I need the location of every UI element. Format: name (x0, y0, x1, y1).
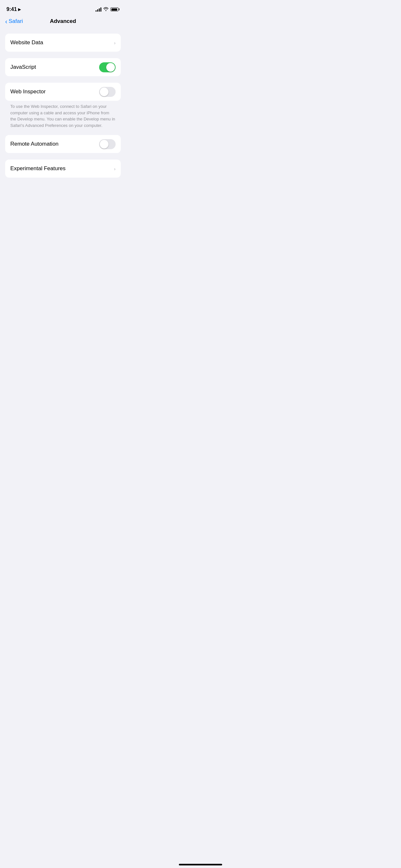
settings-content: Website Data › JavaScript Web Inspector … (0, 28, 126, 178)
website-data-label: Website Data (10, 39, 43, 46)
battery-icon (111, 7, 120, 11)
back-button[interactable]: ‹ Safari (5, 18, 23, 25)
web-inspector-toggle-knob (100, 88, 109, 96)
status-bar: 9:41 ▶ (0, 0, 126, 16)
page-title: Advanced (50, 18, 76, 25)
location-arrow-icon: ▶ (18, 7, 21, 11)
website-data-chevron-icon: › (114, 40, 116, 45)
experimental-features-chevron-icon: › (114, 166, 116, 172)
javascript-row: JavaScript (5, 58, 121, 76)
nav-bar: ‹ Safari Advanced (0, 16, 126, 28)
wifi-icon (103, 7, 109, 12)
back-label: Safari (9, 18, 23, 25)
experimental-features-group: Experimental Features › (5, 159, 121, 178)
experimental-features-label: Experimental Features (10, 165, 66, 172)
remote-automation-row: Remote Automation (5, 135, 121, 153)
web-inspector-description: To use the Web Inspector, connect to Saf… (5, 101, 121, 132)
experimental-features-row[interactable]: Experimental Features › (5, 159, 121, 178)
javascript-toggle-knob (106, 63, 115, 72)
web-inspector-row: Web Inspector (5, 83, 121, 101)
remote-automation-group: Remote Automation (5, 135, 121, 153)
remote-automation-toggle-knob (100, 140, 109, 149)
website-data-group: Website Data › (5, 34, 121, 52)
remote-automation-toggle[interactable] (99, 139, 116, 149)
status-time: 9:41 ▶ (6, 6, 21, 12)
javascript-group: JavaScript (5, 58, 121, 76)
web-inspector-group: Web Inspector To use the Web Inspector, … (5, 83, 121, 132)
web-inspector-label: Web Inspector (10, 89, 45, 95)
back-chevron-icon: ‹ (5, 18, 7, 25)
signal-bars-icon (96, 7, 101, 11)
javascript-toggle[interactable] (99, 62, 116, 72)
status-icons (96, 7, 120, 12)
javascript-label: JavaScript (10, 64, 36, 70)
web-inspector-toggle[interactable] (99, 87, 116, 97)
remote-automation-label: Remote Automation (10, 141, 58, 147)
website-data-row[interactable]: Website Data › (5, 34, 121, 52)
time-label: 9:41 (6, 6, 17, 12)
